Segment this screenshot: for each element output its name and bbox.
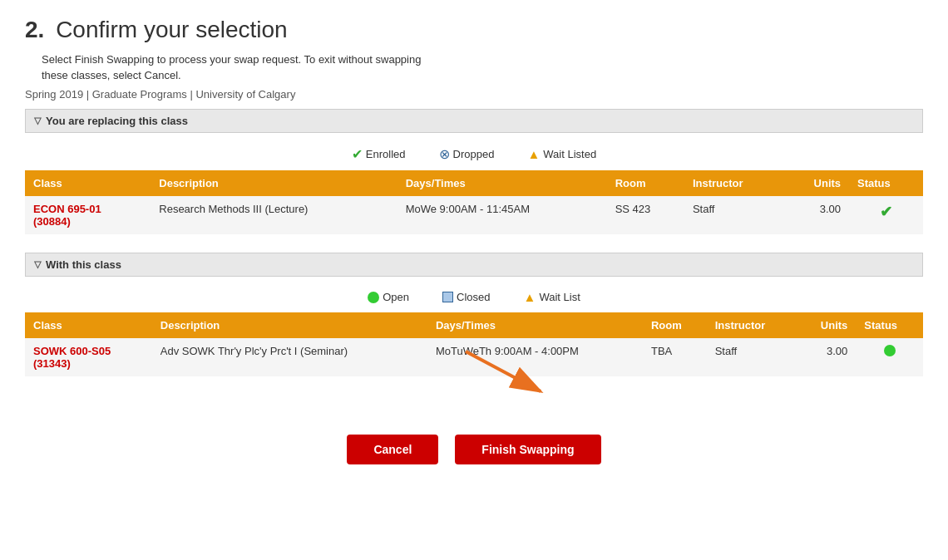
replacing-legend: ✔ Enrolled ⊗ Dropped ▲ Wait Listed: [25, 133, 923, 170]
room-cell-2: TBA: [643, 338, 707, 376]
col-days-times-2: Days/Times: [427, 312, 643, 338]
replacing-section-label: You are replacing this class: [46, 115, 188, 127]
legend-closed: Closed: [442, 291, 490, 303]
with-table-container: Class Description Days/Times Room Instru…: [25, 312, 923, 376]
units-cell: 3.00: [784, 196, 849, 234]
with-table: Class Description Days/Times Room Instru…: [25, 312, 923, 376]
status-cell-2: [856, 338, 923, 376]
replacing-section-header: ▽ You are replacing this class: [25, 109, 923, 133]
col-description-2: Description: [152, 312, 427, 338]
cancel-button[interactable]: Cancel: [347, 435, 438, 464]
replacing-table: Class Description Days/Times Room Instru…: [25, 170, 923, 234]
with-section-header: ▽ With this class: [25, 253, 923, 277]
table-row: SOWK 600-S05 (31343) Adv SOWK Thr'y Plc'…: [25, 338, 923, 376]
legend-open: Open: [368, 291, 409, 303]
col-description: Description: [151, 170, 397, 196]
description-line2: these classes, select Cancel.: [25, 69, 923, 81]
col-days-times: Days/Times: [397, 170, 607, 196]
enrolled-checkmark-icon: ✔: [880, 204, 892, 220]
col-status-2: Status: [856, 312, 923, 338]
col-class-2: Class: [25, 312, 152, 338]
step-number: 2.: [25, 17, 44, 42]
table-row: ECON 695-01 (30884) Research Methods III…: [25, 196, 923, 234]
waitlist-label: Wait List: [539, 291, 580, 303]
legend-enrolled: ✔ Enrolled: [352, 146, 406, 162]
class-number: (30884): [33, 215, 71, 228]
days-times-cell: MoWe 9:00AM - 11:45AM: [397, 196, 607, 234]
col-room-2: Room: [643, 312, 707, 338]
col-instructor: Instructor: [684, 170, 784, 196]
legend-waitlist: ▲ Wait List: [524, 290, 580, 304]
dropped-label: Dropped: [453, 148, 495, 160]
class-code: ECON 695-01: [33, 203, 101, 215]
title-text: Confirm your selection: [56, 17, 288, 42]
enrolled-icon: ✔: [352, 146, 363, 162]
closed-box-icon: [442, 292, 453, 302]
with-legend: Open Closed ▲ Wait List: [25, 277, 923, 312]
waitlist-icon: ▲: [524, 290, 536, 304]
status-cell: ✔: [849, 196, 923, 234]
legend-waitlisted: ▲ Wait Listed: [527, 147, 596, 161]
page-title: 2. Confirm your selection: [25, 17, 923, 43]
description-line1: Select Finish Swapping to process your s…: [25, 53, 923, 66]
instructor-cell: Staff: [684, 196, 784, 234]
triangle-icon: ▽: [34, 115, 41, 126]
dropped-icon: ⊗: [439, 146, 450, 162]
col-status: Status: [849, 170, 923, 196]
description-cell-2: Adv SOWK Thr'y Plc'y Prc't I (Seminar): [152, 338, 427, 376]
term-info: Spring 2019 | Graduate Programs | Univer…: [25, 88, 923, 101]
class-code-cell-2: SOWK 600-S05 (31343): [25, 338, 152, 376]
col-instructor-2: Instructor: [707, 312, 797, 338]
waitlisted-icon: ▲: [527, 147, 540, 161]
finish-swapping-button[interactable]: Finish Swapping: [455, 435, 600, 464]
col-units-2: Units: [797, 312, 857, 338]
open-label: Open: [383, 291, 409, 303]
open-status-icon: [884, 345, 896, 356]
class-code-2: SOWK 600-S05: [33, 345, 111, 357]
col-class: Class: [25, 170, 151, 196]
col-units: Units: [784, 170, 849, 196]
with-triangle-icon: ▽: [34, 259, 41, 270]
col-room: Room: [607, 170, 684, 196]
class-number-2: (31343): [33, 357, 71, 370]
closed-label: Closed: [457, 291, 490, 303]
description-cell: Research Methods III (Lecture): [151, 196, 397, 234]
open-dot-icon: [368, 292, 379, 303]
legend-dropped: ⊗ Dropped: [439, 146, 495, 162]
waitlisted-label: Wait Listed: [543, 148, 596, 160]
room-cell: SS 423: [607, 196, 684, 234]
instructor-cell-2: Staff: [707, 338, 797, 376]
days-times-cell-2: MoTuWeTh 9:00AM - 4:00PM: [427, 338, 643, 376]
class-link-2[interactable]: SOWK 600-S05 (31343): [33, 345, 111, 370]
enrolled-label: Enrolled: [366, 148, 406, 160]
class-link[interactable]: ECON 695-01 (30884): [33, 203, 101, 228]
units-cell-2: 3.00: [797, 338, 857, 376]
action-buttons: Cancel Finish Swapping: [25, 418, 923, 473]
class-code-cell: ECON 695-01 (30884): [25, 196, 151, 234]
with-section-label: With this class: [46, 258, 121, 271]
